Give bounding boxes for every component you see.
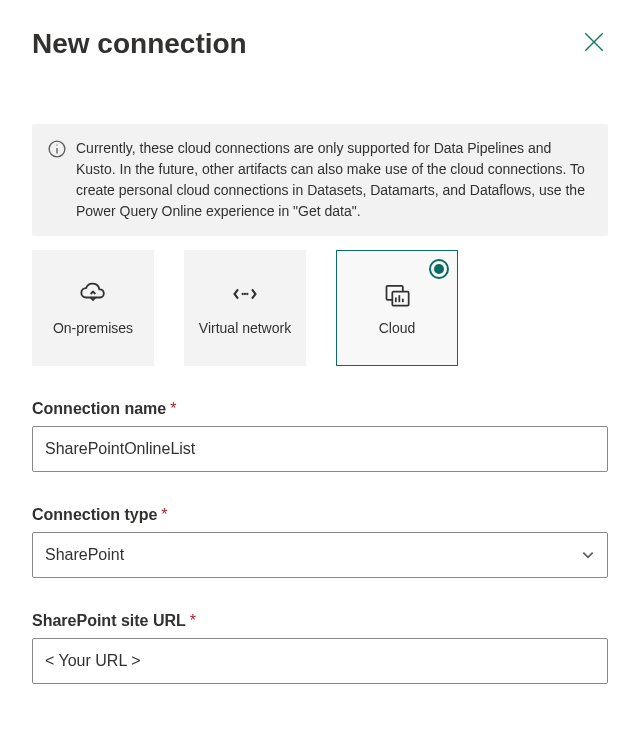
- field-connection-type: Connection type* SharePoint: [32, 506, 608, 578]
- selected-indicator-icon: [429, 259, 449, 279]
- tile-cloud[interactable]: Cloud: [336, 250, 458, 366]
- panel-title: New connection: [32, 28, 247, 60]
- field-label: Connection type*: [32, 506, 608, 524]
- chevron-down-icon: [581, 548, 595, 562]
- cloud-sync-icon: [79, 280, 107, 308]
- field-site-url: SharePoint site URL*: [32, 612, 608, 684]
- required-marker: *: [170, 400, 176, 417]
- info-banner: Currently, these cloud connections are o…: [32, 124, 608, 236]
- label-text: Connection name: [32, 400, 166, 417]
- panel-content: Currently, these cloud connections are o…: [0, 124, 640, 684]
- svg-point-7: [246, 292, 248, 294]
- cloud-report-icon: [383, 280, 411, 308]
- svg-point-6: [244, 292, 246, 294]
- connection-name-input[interactable]: [32, 426, 608, 472]
- label-text: Connection type: [32, 506, 157, 523]
- required-marker: *: [161, 506, 167, 523]
- tile-label: Cloud: [373, 320, 422, 337]
- info-icon: [48, 140, 66, 158]
- tile-virtual-network[interactable]: Virtual network: [184, 250, 306, 366]
- field-label: SharePoint site URL*: [32, 612, 608, 630]
- required-marker: *: [190, 612, 196, 629]
- connection-type-select[interactable]: SharePoint: [32, 532, 608, 578]
- tile-on-premises[interactable]: On-premises: [32, 250, 154, 366]
- field-label: Connection name*: [32, 400, 608, 418]
- network-icon: [231, 280, 259, 308]
- close-icon: [584, 32, 604, 56]
- tile-label: Virtual network: [193, 320, 297, 337]
- svg-point-5: [242, 292, 244, 294]
- site-url-input[interactable]: [32, 638, 608, 684]
- select-value: SharePoint: [45, 546, 124, 564]
- panel-header: New connection: [0, 0, 640, 68]
- label-text: SharePoint site URL: [32, 612, 186, 629]
- field-connection-name: Connection name*: [32, 400, 608, 472]
- info-text: Currently, these cloud connections are o…: [76, 138, 592, 222]
- close-button[interactable]: [580, 30, 608, 58]
- svg-point-4: [56, 144, 57, 145]
- svg-rect-9: [392, 291, 408, 305]
- gateway-type-tiles: On-premises Virtual network: [32, 250, 608, 366]
- tile-label: On-premises: [47, 320, 139, 337]
